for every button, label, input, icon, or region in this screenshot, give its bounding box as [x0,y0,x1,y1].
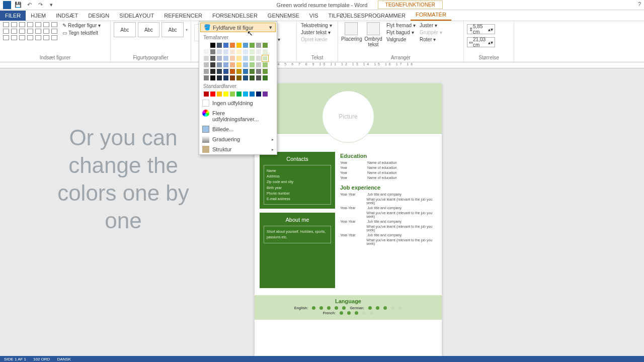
shape-thumb[interactable] [35,29,41,34]
tab-filer[interactable]: FILER [0,11,26,21]
shape-thumb[interactable] [51,29,57,34]
color-swatch[interactable] [229,42,235,48]
align-text-button[interactable]: Juster tekst ▾ [300,29,335,36]
color-swatch[interactable] [203,75,209,81]
color-swatch[interactable] [210,42,216,48]
color-swatch[interactable] [210,68,216,74]
color-swatch[interactable] [249,55,255,61]
shape-thumb[interactable] [3,35,9,40]
color-swatch[interactable] [236,68,242,74]
color-swatch[interactable] [256,91,262,97]
color-swatch[interactable] [223,75,229,81]
color-swatch[interactable] [256,42,262,48]
color-swatch[interactable] [236,91,242,97]
bring-forward-button[interactable]: Flyt fremad ▾ [385,22,417,29]
color-swatch[interactable] [203,91,209,97]
shape-thumb[interactable] [3,22,9,27]
shape-thumb[interactable] [27,22,33,27]
shape-thumb[interactable] [43,29,49,34]
shape-thumb[interactable] [35,22,41,27]
shape-fill-button[interactable]: 🪣 Fyldfarve til figur▾ [200,23,276,32]
color-swatch[interactable] [210,55,216,61]
undo-icon[interactable]: ↶ [25,1,33,9]
color-swatch[interactable] [256,62,262,68]
color-swatch[interactable] [262,49,268,55]
style-preset[interactable]: Abc [138,22,160,37]
color-swatch[interactable] [236,62,242,68]
shape-style-gallery[interactable]: Abc Abc Abc ▾ [114,22,188,37]
shape-thumb[interactable] [27,29,33,34]
tab-forsendelser[interactable]: FORSENDELSER [207,11,263,21]
color-swatch[interactable] [210,75,216,81]
shape-thumb[interactable] [51,22,57,27]
gradient-item[interactable]: Graduering▸ [199,134,277,144]
color-swatch[interactable] [229,91,235,97]
color-swatch[interactable] [243,68,249,74]
style-preset[interactable]: Abc [114,22,136,37]
draw-textbox-button[interactable]: ▭Tegn tekstfelt [61,30,102,36]
color-swatch[interactable] [236,49,242,55]
color-swatch[interactable] [223,91,229,97]
color-swatch[interactable] [223,62,229,68]
color-swatch[interactable] [256,55,262,61]
text-direction-button[interactable]: Tekstretning ▾ [300,22,335,29]
color-swatch[interactable] [249,68,255,74]
tab-design[interactable]: DESIGN [83,11,114,21]
color-swatch[interactable] [249,62,255,68]
width-input[interactable]: ⇔21,03 cm▴▾ [467,37,495,47]
help-icon[interactable]: ? [638,1,641,7]
color-swatch[interactable] [236,42,242,48]
tab-tilføjelsesprogrammer[interactable]: TILFØJELSESPROGRAMMER [324,11,411,21]
color-swatch[interactable] [243,42,249,48]
color-swatch[interactable] [256,68,262,74]
shape-thumb[interactable] [35,35,41,40]
tab-gennemse[interactable]: GENNEMSE [263,11,304,21]
shape-thumb[interactable] [11,35,17,40]
style-preset[interactable]: Abc [162,22,184,37]
color-swatch[interactable] [216,68,222,74]
shape-thumb[interactable] [27,35,33,40]
shape-thumb[interactable] [11,29,17,34]
color-swatch[interactable] [249,49,255,55]
color-swatch[interactable] [210,62,216,68]
texture-item[interactable]: Struktur▸ [199,144,277,154]
edit-shape-button[interactable]: ✎Rediger figur ▾ [61,22,102,29]
color-swatch[interactable] [210,49,216,55]
picture-placeholder[interactable]: Picture [322,90,374,143]
shape-thumb[interactable] [43,35,49,40]
color-swatch[interactable] [262,68,268,74]
position-button[interactable]: Placering [341,22,361,47]
color-swatch[interactable] [256,75,262,81]
color-swatch[interactable] [262,55,268,61]
color-swatch[interactable] [229,68,235,74]
picture-fill-item[interactable]: Billede... [199,124,277,134]
spinner-icon[interactable]: ▴▾ [488,27,493,32]
more-colors-item[interactable]: Flere udfyldningsfarver... [199,108,277,124]
qat-customize-icon[interactable]: ▾ [47,1,55,9]
no-fill-item[interactable]: Ingen udfyldning [199,98,277,108]
color-swatch[interactable] [256,49,262,55]
spinner-icon[interactable]: ▴▾ [488,40,493,45]
color-swatch[interactable] [236,75,242,81]
color-swatch[interactable] [229,49,235,55]
color-swatch[interactable] [203,62,209,68]
color-swatch[interactable] [262,91,268,97]
shape-thumb[interactable] [11,22,17,27]
gallery-more-icon[interactable]: ▾ [186,28,188,32]
tab-formatér[interactable]: FORMATÉR [411,10,451,21]
color-swatch[interactable] [262,62,268,68]
status-words[interactable]: 102 ORD [33,357,50,361]
color-swatch[interactable] [249,75,255,81]
color-swatch[interactable] [203,68,209,74]
status-page[interactable]: SIDE 1 AF 1 [4,357,26,361]
color-swatch[interactable] [203,55,209,61]
save-icon[interactable]: 💾 [14,1,22,9]
shape-thumb[interactable] [51,35,57,40]
color-swatch[interactable] [223,49,229,55]
color-swatch[interactable] [229,62,235,68]
color-swatch[interactable] [223,42,229,48]
color-swatch[interactable] [249,91,255,97]
status-lang[interactable]: DANSK [57,357,71,361]
shape-thumb[interactable] [19,22,25,27]
height-input[interactable]: ⇕5,85 cm▴▾ [467,24,495,34]
